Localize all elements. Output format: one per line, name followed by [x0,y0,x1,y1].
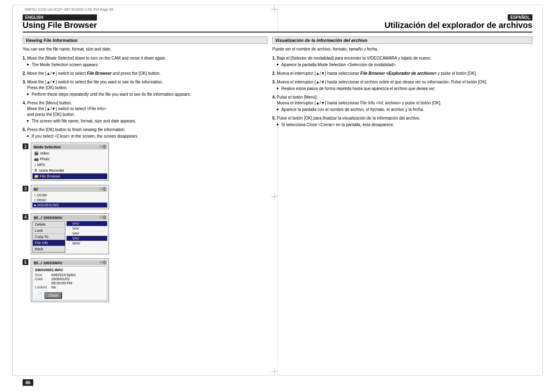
step-1-num: 1. [23,56,26,60]
english-section-desc: You can see the file name, format, size … [23,46,267,52]
close-button[interactable]: Close [44,292,62,299]
ctx-lock: Lock [33,228,65,234]
file-info-panel: SWAV0001.WAV Size 6482524 bytes Date 200… [32,266,107,300]
file-info-size-row: Size 6482524 bytes [35,273,105,277]
screen-3: ⊟/ □ ⓘ □ DCIM [31,185,109,209]
english-badge: ENGLISH [23,14,97,21]
diagram-step-3: 3 ⊟/ □ ⓘ [23,185,267,209]
step-1-bullet: The Mode Selection screen appears. [28,62,267,68]
diagram-badge-5: 5 [23,259,28,265]
es-step-1-text: Baje el [Selector de modalidad] para enc… [277,56,431,60]
header-row: ENGLISH Using File Browser ESPAÑOL Utili… [23,14,532,32]
menu-filebrowser: 📁 File Browser [32,173,107,179]
ctx-fileinfo: File Info [33,240,65,246]
espanol-step-3: 3. Mueva el interruptor [▲/▼] hasta sele… [272,79,532,92]
espanol-step-2: 2. Mueva el interruptor [▲/▼] hasta sele… [272,71,532,76]
english-step-2: 2. Move the [▲/▼] switch to select File … [23,71,267,76]
english-step-3: 3. Move the [▲/▼] switch to select the f… [23,79,267,97]
ctx-delete: Delete [33,221,65,228]
date-label: Date [35,277,50,281]
es-step-1-num: 1. [272,56,276,60]
diagram-badge-2: 2 [23,143,28,149]
locked-value: No [51,285,56,289]
es-step-3-text: Mueva el interruptor [▲/▼] hasta selecci… [277,80,488,84]
espanol-title: Utilización del explorador de archivos [385,21,532,30]
wav-3: VAV [67,231,107,236]
wav-5: WAV [67,241,107,246]
screen-2-title: Mode Selection [34,145,61,149]
wav-4: VAV [67,236,107,241]
screen-2-header: Mode Selection □ ⓘ [32,144,107,150]
context-menu: Delete Lock Copy To File Info Back [32,221,65,253]
es-step-3-num: 3. [272,80,276,84]
espanol-section-desc: Puede ver el nombre de archivo, formato,… [272,46,532,52]
page: 00876J X105 UK+ESP~087 6/10/05 1:55 PM P… [0,0,555,392]
es-step-4-num: 4. [272,95,276,99]
file-info-name: SWAV0001.WAV [35,268,105,272]
screen-5-header: ⊟/.../ 100SSWAV □ ⓘ [32,260,107,265]
date-value: 2005/01/01 [51,277,70,281]
espanol-section-title: Visualización de la información del arch… [272,37,532,44]
es-step-3-bullet: Realice estos pasos de forma repetida ha… [277,86,532,92]
espanol-step-5: 5. Pulse el botón [OK] para finalizar la… [272,115,532,128]
step-2-text: Move the [▲/▼] switch to select File Bro… [27,71,161,76]
english-step-4: 4. Press the [Menu] button. Move the [▲/… [23,100,267,124]
step-4-num: 4. [23,101,26,105]
english-title: Using File Browser [23,21,97,30]
diagram-step-4: 4 ⊟/.../ 100SSWAV □ ⓘ [23,213,267,254]
wav-list-4: VAV VAV VAV VAV WAV [65,221,107,253]
screen-3-header: ⊟/ □ ⓘ [32,187,107,192]
header-right: ESPAÑOL Utilización del explorador de ar… [385,14,532,30]
english-steps: 1. Move the [Mode Selector] down to turn… [23,55,267,139]
menu-mp3: ♪ MP3 [32,162,107,168]
step-1-text: Move the [Mode Selector] down to turn on… [27,56,166,60]
step-4-bullet: The screen with file name, format, size … [28,118,267,124]
wav-2: VAV [67,226,107,231]
menu-photo: 📷 Photo [32,156,107,162]
ctx-copyto: Copy To [33,234,65,240]
menu-video: 🎬 Video [32,150,107,156]
es-step-1-bullet: Aparece la pantalla Mode Selection <Sele… [277,62,532,68]
screen-4-icons: □ ⓘ [100,215,106,220]
espanol-steps: 1. Baje el [Selector de modalidad] para … [272,55,532,128]
size-label: Size [35,273,50,277]
page-meta: 00876J X105 UK+ESP~087 6/10/05 1:55 PM P… [25,7,113,12]
size-value: 6482524 bytes [51,273,76,277]
step-3-num: 3. [23,80,26,84]
espanol-badge: ESPAÑOL [508,14,532,21]
espanol-step-1: 1. Baje el [Selector de modalidad] para … [272,55,532,68]
es-step-5-bullet: Si selecciona Close <Cerrar> en la panta… [277,122,532,128]
diagram-step-5: 5 ⊟/.../ 100SSWAV □ ⓘ [23,258,267,302]
ctx-back: Back [33,246,65,252]
es-step-4-text: Pulse el botón [Menú]. Mueva el interrup… [272,95,442,105]
header-left: ENGLISH Using File Browser [23,14,97,30]
file-misc: □ MISC [32,198,107,203]
file-info-locked-row: Locked No [35,285,105,289]
english-section-title: Viewing File Information [23,37,267,44]
time-value: 08:30:00 PM [51,281,72,285]
menu-voice: 🎙 Voice Recorder [32,168,107,173]
screen-4: ⊟/.../ 100SSWAV □ ⓘ Delete [31,213,109,254]
step-5-num: 5. [23,127,26,132]
step-4-text: Press the [Menu] button. Move the [▲/▼] … [23,101,106,117]
screen-4-header: ⊟/.../ 100SSWAV □ ⓘ [32,215,107,220]
file-msamsung: ■ MSAMSUNG [32,203,107,208]
screen-5: ⊟/.../ 100SSWAV □ ⓘ SWAV0001.WAV [31,258,109,302]
time-label [35,281,50,285]
locked-label: Locked [35,285,50,289]
screen-5-title: ⊟/.../ 100SSWAV [34,261,62,265]
es-step-2-text: Mueva el interruptor [▲/▼] hasta selecci… [277,71,477,76]
screen-4-title: ⊟/.../ 100SSWAV [34,216,62,220]
diagram-badge-4: 4 [23,214,28,220]
screen-3-icons: □ ⓘ [100,187,106,191]
diagrams: 2 Mode Selection □ ⓘ [23,143,267,304]
file-dcim: □ DCIM [32,193,107,198]
step-3-bullet: Perform these steps repeatedly until the… [28,92,267,97]
file-info-footer: 📄 Close [35,291,105,299]
es-step-5-num: 5. [272,116,276,120]
screen-5-icons: □ ⓘ [100,261,106,265]
file-info-time-row: 08:30:00 PM [35,281,105,285]
step-2-num: 2. [23,71,26,76]
diagram-badge-3: 3 [23,186,28,191]
english-column: Viewing File Information You can see the… [23,37,267,367]
